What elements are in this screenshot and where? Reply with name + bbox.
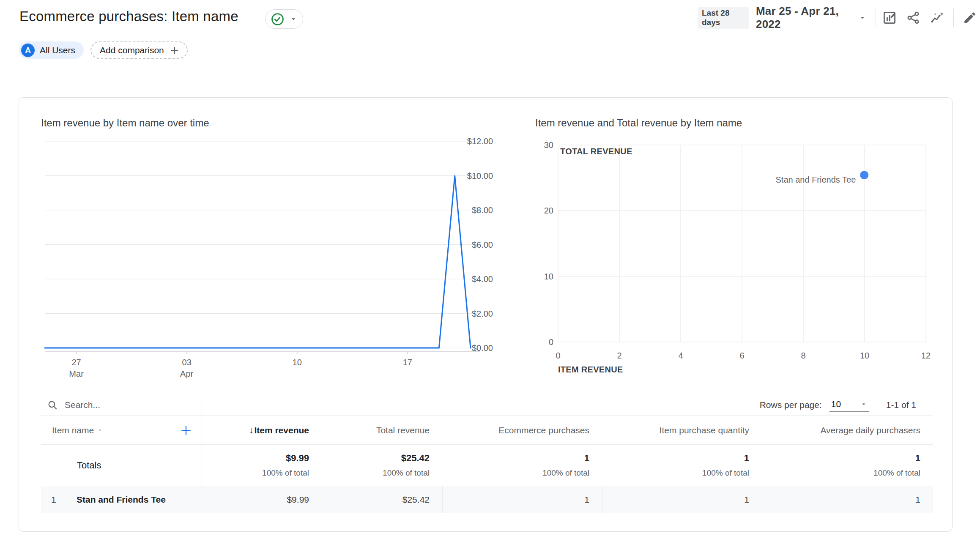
column-header-item-revenue[interactable]: ↓ Item revenue bbox=[202, 416, 322, 444]
totals-caption: 100% of total bbox=[542, 468, 589, 478]
dimension-header-label: Item name bbox=[52, 425, 94, 435]
svg-text:0: 0 bbox=[556, 351, 560, 360]
add-comparison-button[interactable]: Add comparison bbox=[90, 41, 188, 59]
line-chart: $0.00$2.00$4.00$6.00$8.00$10.00$12.0027M… bbox=[43, 138, 504, 383]
row-cell: $9.99 bbox=[202, 486, 322, 513]
plus-icon bbox=[169, 45, 180, 56]
scatter-chart: 0246810120102030TOTAL REVENUEITEM REVENU… bbox=[550, 142, 945, 377]
report-table: Rows per page: 10 1-1 of 1 Item name bbox=[41, 394, 933, 513]
svg-text:27: 27 bbox=[71, 358, 81, 367]
pagination-range: 1-1 of 1 bbox=[886, 400, 916, 410]
edit-report-button[interactable] bbox=[960, 6, 980, 29]
line-chart-title: Item revenue by Item name over time bbox=[41, 117, 209, 129]
totals-row: Totals $9.99 100% of total $25.42 100% o… bbox=[41, 445, 933, 486]
svg-text:8: 8 bbox=[801, 351, 805, 360]
ga4-report-page: Ecommerce purchases: Item name Last 28 d… bbox=[0, 0, 980, 539]
chevron-down-icon bbox=[859, 14, 866, 22]
column-header-ecommerce-purchases[interactable]: Ecommerce purchases bbox=[442, 416, 602, 444]
column-header-item-purchase-quantity[interactable]: Item purchase quantity bbox=[602, 416, 762, 444]
totals-cell: $9.99 100% of total bbox=[202, 445, 322, 486]
svg-text:20: 20 bbox=[544, 206, 553, 215]
row-cell: $25.42 bbox=[322, 486, 442, 513]
totals-value: 1 bbox=[744, 453, 749, 464]
comparison-bar: A All Users Add comparison bbox=[19, 41, 188, 59]
svg-text:10: 10 bbox=[860, 351, 869, 360]
totals-cell: 1 100% of total bbox=[442, 445, 602, 486]
sort-descending-icon: ↓ bbox=[249, 425, 254, 435]
table-row: 1 Stan and Friends Tee $9.99 $25.42 1 1 … bbox=[41, 486, 933, 513]
row-cell: 1 bbox=[762, 486, 933, 513]
totals-value: 1 bbox=[584, 453, 589, 464]
svg-text:03: 03 bbox=[182, 358, 192, 367]
totals-caption: 100% of total bbox=[262, 468, 309, 478]
date-range-label: Mar 25 - Apr 21, 2022 bbox=[756, 5, 854, 31]
date-range-picker[interactable]: Mar 25 - Apr 21, 2022 bbox=[756, 5, 866, 31]
svg-text:$2.00: $2.00 bbox=[472, 309, 493, 318]
page-title: Ecommerce purchases: Item name bbox=[19, 8, 238, 25]
customize-report-button[interactable] bbox=[879, 6, 900, 29]
totals-caption: 100% of total bbox=[873, 468, 920, 478]
rows-per-page-label: Rows per page: bbox=[760, 400, 822, 410]
svg-text:$6.00: $6.00 bbox=[472, 240, 493, 249]
column-header-total-revenue[interactable]: Total revenue bbox=[322, 416, 442, 444]
column-header-label: Item purchase quantity bbox=[660, 425, 749, 435]
search-icon bbox=[47, 399, 58, 410]
totals-value: $25.42 bbox=[401, 453, 430, 464]
rows-per-page-value: 10 bbox=[831, 399, 841, 409]
share-button[interactable] bbox=[903, 6, 923, 29]
column-header-average-daily-purchasers[interactable]: Average daily purchasers bbox=[762, 416, 933, 444]
row-item-name: Stan and Friends Tee bbox=[77, 495, 166, 505]
insights-button[interactable] bbox=[927, 6, 947, 29]
totals-value: $9.99 bbox=[286, 453, 309, 464]
comparison-label: All Users bbox=[40, 45, 75, 55]
totals-label: Totals bbox=[41, 445, 202, 486]
totals-caption: 100% of total bbox=[383, 468, 430, 478]
report-card: Item revenue by Item name over time Item… bbox=[19, 97, 953, 532]
rows-per-page-select[interactable]: 10 bbox=[829, 398, 869, 412]
totals-caption: 100% of total bbox=[702, 468, 749, 478]
toolbar-divider bbox=[953, 8, 954, 27]
svg-text:Apr: Apr bbox=[180, 369, 193, 378]
column-header-label: Item revenue bbox=[254, 425, 309, 435]
check-circle-icon bbox=[271, 13, 284, 26]
table-pagination: Rows per page: 10 1-1 of 1 bbox=[202, 398, 933, 412]
add-comparison-label: Add comparison bbox=[100, 45, 164, 55]
totals-cell: 1 100% of total bbox=[602, 445, 762, 486]
share-icon bbox=[906, 11, 920, 25]
svg-text:2: 2 bbox=[617, 351, 621, 360]
column-header-label: Total revenue bbox=[376, 425, 430, 435]
chevron-down-icon bbox=[289, 15, 298, 23]
edit-icon bbox=[963, 11, 977, 25]
comparison-avatar: A bbox=[21, 44, 35, 57]
svg-text:TOTAL REVENUE: TOTAL REVENUE bbox=[560, 147, 632, 156]
table-toolbar: Rows per page: 10 1-1 of 1 bbox=[41, 394, 933, 416]
insights-icon bbox=[930, 10, 945, 25]
report-status-badge[interactable] bbox=[265, 9, 303, 29]
svg-text:$8.00: $8.00 bbox=[472, 205, 493, 215]
comparison-chip-all-users[interactable]: A All Users bbox=[19, 41, 84, 59]
svg-text:17: 17 bbox=[403, 358, 412, 367]
search-input[interactable] bbox=[65, 400, 175, 410]
svg-text:$12.00: $12.00 bbox=[467, 137, 493, 146]
svg-text:12: 12 bbox=[921, 351, 931, 360]
toolbar-divider bbox=[876, 8, 876, 27]
dimension-header-cell: Item name bbox=[41, 416, 202, 444]
totals-cell: $25.42 100% of total bbox=[322, 445, 442, 486]
table-search bbox=[41, 394, 202, 416]
svg-text:0: 0 bbox=[549, 337, 553, 347]
svg-text:Mar: Mar bbox=[69, 369, 84, 378]
customize-report-icon bbox=[882, 10, 897, 25]
svg-text:Stan and Friends Tee: Stan and Friends Tee bbox=[776, 175, 856, 184]
row-index: 1 bbox=[51, 495, 70, 505]
add-dimension-button[interactable] bbox=[180, 424, 192, 437]
svg-text:$10.00: $10.00 bbox=[467, 171, 493, 181]
row-cell: 1 bbox=[602, 486, 762, 513]
table-header-row: Item name ↓ Item revenue Total revenue E… bbox=[41, 416, 933, 445]
totals-cell: 1 100% of total bbox=[762, 445, 933, 486]
scatter-chart-title: Item revenue and Total revenue by Item n… bbox=[535, 117, 742, 129]
totals-value: 1 bbox=[915, 453, 920, 464]
row-cell: 1 bbox=[442, 486, 602, 513]
column-header-label: Ecommerce purchases bbox=[498, 425, 589, 435]
svg-text:6: 6 bbox=[739, 351, 744, 360]
dimension-header[interactable]: Item name bbox=[52, 425, 103, 435]
